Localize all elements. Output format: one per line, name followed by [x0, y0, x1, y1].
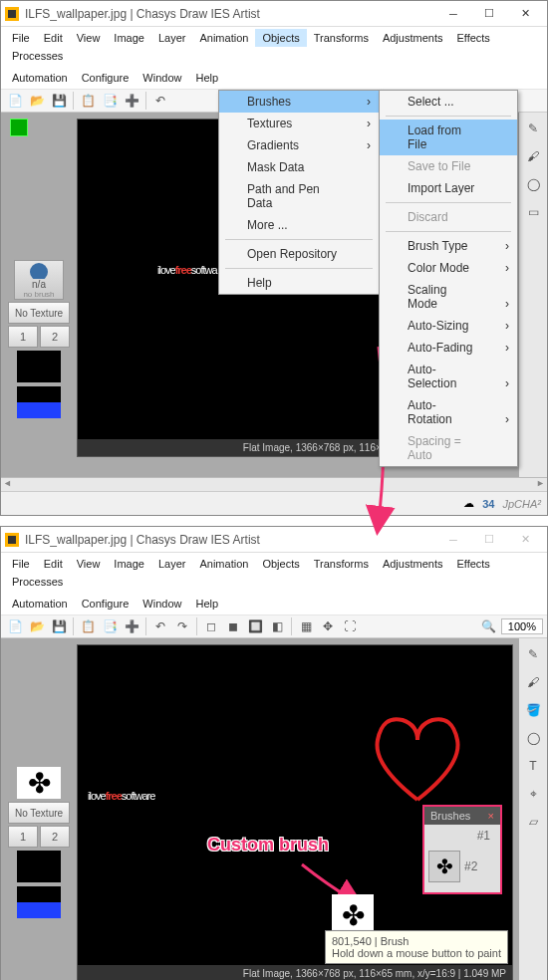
- tb2-add-icon[interactable]: ➕: [122, 616, 141, 636]
- menu-brushes[interactable]: Brushes: [219, 91, 379, 113]
- brush-slot-2-label[interactable]: #2: [464, 859, 477, 873]
- sub-load[interactable]: Load from File: [380, 120, 517, 155]
- rt2-brush-icon[interactable]: 🖌: [523, 672, 543, 692]
- tb2-d-icon[interactable]: ◧: [267, 616, 287, 636]
- close-button-2[interactable]: ✕: [507, 529, 543, 551]
- rt2-picker-icon[interactable]: ⌖: [523, 784, 543, 804]
- swatch2-1[interactable]: 1: [8, 826, 38, 848]
- no-texture-button-2[interactable]: No Texture: [8, 802, 70, 824]
- thumb-1[interactable]: [10, 119, 28, 136]
- menu-help-item[interactable]: Help: [219, 272, 379, 294]
- brush-slot-2-icon[interactable]: ✤: [428, 851, 460, 882]
- menu2-image[interactable]: Image: [107, 555, 151, 573]
- rtool-c-icon[interactable]: ◯: [523, 174, 543, 194]
- sub-select[interactable]: Select ...: [380, 91, 517, 113]
- menu-view[interactable]: View: [70, 29, 108, 47]
- rtool-b-icon[interactable]: 🖌: [523, 146, 543, 166]
- menu-gradients[interactable]: Gradients: [219, 134, 379, 156]
- menu2-file[interactable]: File: [5, 555, 37, 573]
- rt2-shape-icon[interactable]: ◯: [523, 728, 543, 748]
- sub-btype[interactable]: Brush Type: [380, 235, 517, 257]
- menu2-objects[interactable]: Objects: [255, 555, 306, 573]
- menu-transforms[interactable]: Transforms: [307, 29, 376, 47]
- canvas-2[interactable]: ilovefreesoftware Custom brush ✤ Brushes…: [77, 644, 513, 980]
- thumb2-blue[interactable]: [16, 885, 62, 919]
- sub-import[interactable]: Import Layer: [380, 177, 517, 199]
- sub-arot[interactable]: Auto-Rotation: [380, 394, 517, 430]
- tb2-fit-icon[interactable]: ⛶: [340, 616, 360, 636]
- menu-animation[interactable]: Animation: [192, 29, 255, 47]
- brush-na-panel[interactable]: n/a no brush: [14, 260, 64, 300]
- zoom-out-icon[interactable]: 🔍: [479, 616, 499, 636]
- menu2-adjustments[interactable]: Adjustments: [376, 555, 450, 573]
- menu2-transforms[interactable]: Transforms: [307, 555, 376, 573]
- menu2-edit[interactable]: Edit: [37, 555, 70, 573]
- tb2-save-icon[interactable]: 💾: [49, 616, 69, 636]
- tb2-a-icon[interactable]: ◻: [201, 616, 221, 636]
- tb2-new-icon[interactable]: 📄: [5, 616, 25, 636]
- close-button[interactable]: ✕: [507, 3, 543, 25]
- swatch-1[interactable]: 1: [8, 326, 38, 348]
- thumb-color-blue[interactable]: [16, 385, 62, 419]
- tb2-undo-icon[interactable]: ↶: [150, 616, 170, 636]
- sub-smode[interactable]: Scaling Mode: [380, 279, 517, 315]
- menu-processes[interactable]: Processes: [5, 47, 70, 65]
- swatch-2[interactable]: 2: [40, 326, 70, 348]
- menu-image[interactable]: Image: [107, 29, 151, 47]
- menu2-processes[interactable]: Processes: [5, 573, 70, 591]
- rtool-d-icon[interactable]: ▭: [523, 202, 543, 222]
- tool-copy-icon[interactable]: 📋: [78, 91, 98, 111]
- tb2-c-icon[interactable]: 🔲: [245, 616, 265, 636]
- rtool-a-icon[interactable]: ✎: [523, 119, 543, 138]
- menu-textures[interactable]: Textures: [219, 113, 379, 134]
- tool-open-icon[interactable]: 📂: [27, 91, 47, 111]
- sub-save[interactable]: Save to File: [380, 155, 517, 177]
- menu-effects[interactable]: Effects: [449, 29, 496, 47]
- maximize-button-2[interactable]: ☐: [471, 529, 507, 551]
- tb2-grid-icon[interactable]: ▦: [296, 616, 316, 636]
- menu-help[interactable]: Help: [188, 69, 225, 87]
- sub-aselect[interactable]: Auto-Selection: [380, 359, 517, 394]
- swatch2-2[interactable]: 2: [40, 826, 70, 848]
- menu2-window[interactable]: Window: [136, 595, 188, 612]
- menu2-automation[interactable]: Automation: [5, 595, 75, 612]
- tb2-open-icon[interactable]: 📂: [27, 616, 47, 636]
- sub-afading[interactable]: Auto-Fading: [380, 337, 517, 359]
- menu-more[interactable]: More ...: [219, 214, 379, 236]
- sub-discard[interactable]: Discard: [380, 206, 517, 228]
- menu-window[interactable]: Window: [136, 69, 188, 87]
- sub-spacing[interactable]: Spacing = Auto: [380, 430, 517, 466]
- menu-adjustments[interactable]: Adjustments: [376, 29, 450, 47]
- no-texture-button[interactable]: No Texture: [8, 302, 70, 324]
- brushes-panel-close-icon[interactable]: ×: [488, 810, 494, 822]
- thumb2-black[interactable]: [16, 850, 62, 883]
- brush-slot-1-label[interactable]: #1: [477, 829, 490, 843]
- menu2-configure[interactable]: Configure: [75, 595, 137, 612]
- menu2-layer[interactable]: Layer: [151, 555, 193, 573]
- tb2-paste-icon[interactable]: 📑: [100, 616, 120, 636]
- minimize-button[interactable]: ─: [435, 3, 471, 25]
- menu-repo[interactable]: Open Repository: [219, 243, 379, 265]
- tb2-e-icon[interactable]: ✥: [318, 616, 338, 636]
- menu-path[interactable]: Path and Pen Data: [219, 178, 379, 214]
- rt2-pencil-icon[interactable]: ✎: [523, 644, 543, 664]
- menu2-effects[interactable]: Effects: [449, 555, 496, 573]
- h-scrollbar[interactable]: [1, 477, 547, 491]
- tb2-b-icon[interactable]: ◼: [223, 616, 243, 636]
- zoom-level[interactable]: 100%: [501, 618, 543, 634]
- menu-mask[interactable]: Mask Data: [219, 156, 379, 178]
- tool-paste-icon[interactable]: 📑: [100, 91, 120, 111]
- rt2-bucket-icon[interactable]: 🪣: [523, 700, 543, 720]
- tool-layer-add-icon[interactable]: ➕: [122, 91, 141, 111]
- tool-undo-icon[interactable]: ↶: [150, 91, 170, 111]
- thumb-color-black[interactable]: [16, 350, 62, 383]
- rt2-erase-icon[interactable]: ▱: [523, 812, 543, 832]
- menu-edit[interactable]: Edit: [37, 29, 70, 47]
- brush-preview[interactable]: ✤: [16, 766, 62, 800]
- menu-layer[interactable]: Layer: [151, 29, 193, 47]
- menu-automation[interactable]: Automation: [5, 69, 75, 87]
- menu2-help[interactable]: Help: [188, 595, 225, 612]
- tool-new-icon[interactable]: 📄: [5, 91, 25, 111]
- maximize-button[interactable]: ☐: [471, 3, 507, 25]
- rt2-text-icon[interactable]: T: [523, 756, 543, 776]
